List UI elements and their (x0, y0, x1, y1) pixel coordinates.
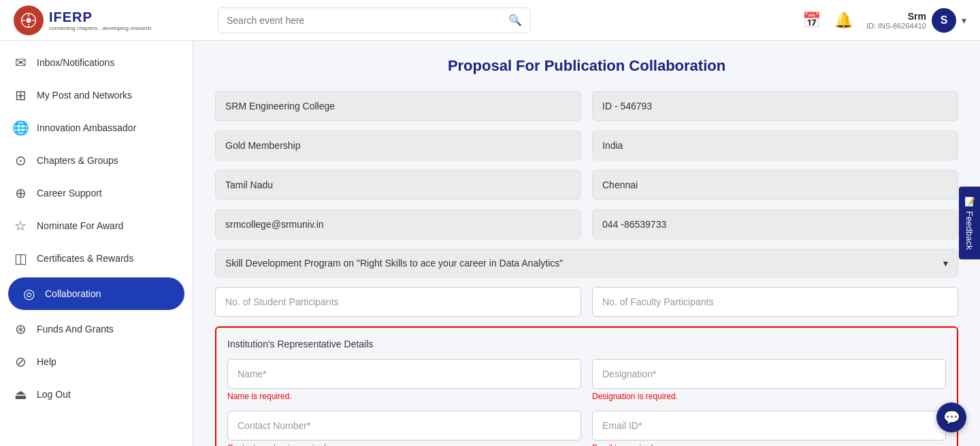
logo-area: IFERP connecting chapters.. developing r… (14, 5, 204, 35)
contact-field[interactable] (227, 411, 581, 441)
designation-field-group: Designation is required. (592, 359, 946, 401)
page-title: Proposal For Publication Collaboration (215, 57, 958, 75)
designation-field[interactable] (592, 359, 946, 389)
logo-name: IFERP (49, 10, 151, 25)
collaboration-icon: ◎ (20, 286, 37, 302)
sidebar-label-inbox: Inbox/Notifications (37, 57, 114, 68)
user-info: Srm ID: INS-86264410 S ▾ (866, 8, 966, 33)
header-icons: 📅 🔔 Srm ID: INS-86264410 S ▾ (802, 8, 966, 33)
institution-id-field: ID - 546793 (592, 91, 958, 121)
email-error: Email is required. (592, 443, 946, 446)
sidebar-item-funds[interactable]: ⊛ Funds And Grants (0, 313, 193, 345)
country-field: India (592, 131, 958, 160)
sidebar-label-chapters: Chapters & Groups (37, 155, 118, 166)
contact-error: Contact number is required. (227, 443, 581, 446)
sidebar-item-chapters[interactable]: ⊙ Chapters & Groups (0, 144, 193, 177)
sidebar-label-help: Help (37, 356, 56, 367)
sidebar-item-certificates[interactable]: ◫ Certificates & Rewards (0, 242, 193, 275)
chat-bubble[interactable]: 💬 (936, 402, 966, 432)
avatar: S (932, 8, 956, 33)
nominate-icon: ☆ (12, 218, 29, 234)
sidebar-item-help[interactable]: ⊘ Help (0, 345, 193, 378)
sidebar-item-logout[interactable]: ⏏ Log Out (0, 378, 193, 411)
sidebar-item-career[interactable]: ⊕ Career Support (0, 177, 193, 209)
name-field-group: Name is required. (227, 359, 581, 401)
posts-icon: ⊞ (12, 87, 29, 103)
sidebar-item-nominate[interactable]: ☆ Nominate For Award (0, 209, 193, 242)
chat-icon: 💬 (943, 409, 960, 426)
form-row-2: Gold Membership India (215, 131, 958, 160)
logo-sub: connecting chapters.. developing researc… (49, 25, 151, 31)
search-bar[interactable]: 🔍 (218, 7, 531, 33)
faculty-participants-field[interactable] (592, 287, 958, 317)
name-input[interactable] (238, 368, 571, 379)
certificates-icon: ◫ (12, 250, 29, 267)
logo-icon (14, 5, 44, 35)
email-input[interactable] (602, 420, 936, 431)
institution-name-field: SRM Engineering College (215, 91, 581, 121)
career-icon: ⊕ (12, 185, 29, 201)
sidebar-label-certificates: Certificates & Rewards (37, 253, 133, 264)
svg-point-1 (27, 18, 31, 22)
inbox-icon: ✉ (12, 54, 29, 71)
designation-input[interactable] (602, 368, 936, 379)
funds-icon: ⊛ (12, 321, 29, 337)
sidebar-label-collaboration: Collaboration (45, 288, 101, 299)
student-participants-input[interactable] (225, 296, 571, 307)
logo-text: IFERP connecting chapters.. developing r… (49, 10, 151, 31)
membership-field: Gold Membership (215, 131, 581, 160)
help-icon: ⊘ (12, 354, 29, 370)
sidebar-label-career: Career Support (37, 188, 102, 199)
form-row-3: Tamil Nadu Chennai (215, 170, 958, 200)
main-content: Proposal For Publication Collaboration S… (193, 41, 980, 446)
sidebar-label-logout: Log Out (37, 389, 71, 400)
rep-row-2: Contact number is required. Email is req… (227, 411, 946, 446)
body-layout: ✉ Inbox/Notifications ⊞ My Post and Netw… (0, 41, 980, 446)
contact-input[interactable] (238, 420, 571, 431)
sidebar: ✉ Inbox/Notifications ⊞ My Post and Netw… (0, 41, 193, 446)
sidebar-item-inbox[interactable]: ✉ Inbox/Notifications (0, 46, 193, 79)
logout-icon: ⏏ (12, 386, 29, 402)
form-row-4: srmcollege@srmuniv.in 044 -86539733 (215, 209, 958, 239)
search-icon[interactable]: 🔍 (508, 14, 522, 27)
email-field[interactable] (592, 411, 946, 441)
institution-email-field: srmcollege@srmuniv.in (215, 209, 581, 239)
representative-section: Institution's Representative Details Nam… (215, 326, 958, 446)
user-id: ID: INS-86264410 (866, 22, 926, 30)
email-field-group: Email is required. (592, 411, 946, 446)
contact-field-group: Contact number is required. (227, 411, 581, 446)
sidebar-item-collaboration[interactable]: ◎ Collaboration (8, 277, 184, 310)
sidebar-item-posts[interactable]: ⊞ My Post and Networks (0, 79, 193, 112)
program-dropdown[interactable]: Skill Development Program on "Right Skil… (215, 249, 958, 277)
feedback-tab[interactable]: 📝 Feedback (959, 186, 980, 259)
name-field[interactable] (227, 359, 581, 389)
chevron-down-icon[interactable]: ▾ (962, 15, 966, 26)
chapters-icon: ⊙ (12, 152, 29, 169)
state-field: Tamil Nadu (215, 170, 581, 200)
sidebar-label-posts: My Post and Networks (37, 90, 132, 101)
program-value: Skill Development Program on "Right Skil… (225, 258, 563, 269)
sidebar-label-nominate: Nominate For Award (37, 220, 123, 231)
sidebar-label-funds: Funds And Grants (37, 324, 114, 334)
calendar-icon[interactable]: 📅 (802, 12, 821, 29)
name-error: Name is required. (227, 392, 581, 401)
feedback-icon: 📝 (964, 196, 975, 207)
sidebar-label-innovation: Innovation Ambassador (37, 122, 136, 133)
city-field: Chennai (592, 170, 958, 200)
faculty-participants-input[interactable] (602, 296, 948, 307)
sidebar-item-innovation[interactable]: 🌐 Innovation Ambassador (0, 112, 193, 144)
user-text: Srm ID: INS-86264410 (866, 11, 926, 30)
header: IFERP connecting chapters.. developing r… (0, 0, 980, 41)
form-row-1: SRM Engineering College ID - 546793 (215, 91, 958, 121)
bell-icon[interactable]: 🔔 (834, 12, 853, 29)
rep-row-1: Name is required. Designation is require… (227, 359, 946, 401)
student-participants-field[interactable] (215, 287, 581, 317)
search-input[interactable] (227, 15, 508, 26)
designation-error: Designation is required. (592, 392, 946, 401)
rep-section-title: Institution's Representative Details (227, 339, 946, 349)
feedback-label: Feedback (964, 211, 975, 250)
institution-phone-field: 044 -86539733 (592, 209, 958, 239)
dropdown-arrow-icon: ▾ (943, 258, 948, 269)
innovation-icon: 🌐 (12, 120, 29, 136)
user-name: Srm (866, 11, 926, 22)
